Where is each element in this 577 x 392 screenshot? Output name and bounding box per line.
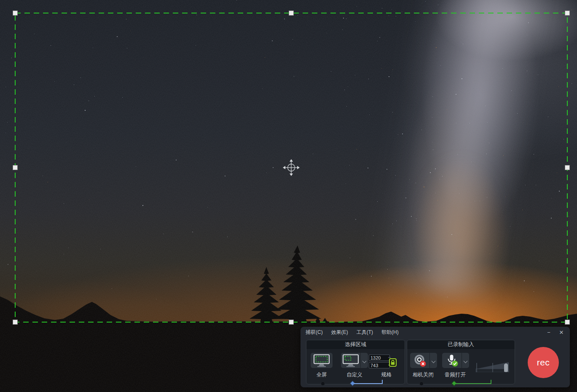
custom-region-button[interactable] <box>341 353 360 368</box>
region-card-title: 选择区域 <box>306 340 405 349</box>
selection-handle-top-left[interactable] <box>13 11 18 16</box>
chevron-down-icon <box>432 359 436 363</box>
selection-handle-middle-right[interactable] <box>565 165 570 170</box>
custom-indicator-line <box>354 380 383 384</box>
audio-toggle-button[interactable] <box>442 353 462 368</box>
camera-toggle-button[interactable] <box>410 353 429 368</box>
menu-capture[interactable]: 捕获(C) <box>306 329 323 336</box>
fullscreen-button[interactable] <box>311 353 333 368</box>
screen: 捕获(C) 效果(E) 工具(T) 帮助(H) − ✕ 选择区域 全 <box>0 0 577 392</box>
inputs-card-title: 已录制输入 <box>407 340 515 349</box>
selection-handle-bottom-center[interactable] <box>289 320 294 325</box>
selection-handle-bottom-right[interactable] <box>565 320 570 325</box>
record-button[interactable]: rec <box>528 347 559 378</box>
menu-bar: 捕获(C) 效果(E) 工具(T) 帮助(H) <box>306 329 399 336</box>
dimensions-label: 规格 <box>374 371 399 379</box>
audio-dropdown[interactable] <box>462 353 469 368</box>
aspect-lock-icon[interactable] <box>389 358 397 367</box>
menu-tools[interactable]: 工具(T) <box>357 329 373 336</box>
custom-region-dropdown[interactable] <box>361 353 368 368</box>
microphone-icon <box>445 354 459 367</box>
audio-status-label: 音频打开 <box>441 371 470 379</box>
menu-help[interactable]: 帮助(H) <box>381 329 399 336</box>
selection-handle-top-right[interactable] <box>565 11 570 16</box>
recorder-titlebar: 捕获(C) 效果(E) 工具(T) 帮助(H) − ✕ <box>301 327 570 338</box>
custom-region-monitor-icon <box>342 354 359 367</box>
custom-region-label: 自定义 <box>341 371 368 379</box>
move-crosshair-icon[interactable] <box>283 159 300 176</box>
chevron-down-icon <box>362 359 367 363</box>
audio-indicator-line <box>456 380 491 384</box>
selection-handle-top-center[interactable] <box>289 11 294 16</box>
camera-dropdown[interactable] <box>430 353 437 368</box>
recorder-panel: 捕获(C) 效果(E) 工具(T) 帮助(H) − ✕ 选择区域 全 <box>301 327 570 387</box>
camera-status-label: 相机关闭 <box>409 371 437 379</box>
fullscreen-monitor-icon <box>313 354 330 367</box>
window-minimize-button[interactable]: − <box>545 329 552 336</box>
camera-indicator <box>419 381 424 386</box>
webcam-icon <box>413 354 427 367</box>
audio-level-slider[interactable] <box>504 363 508 372</box>
region-selection-card: 选择区域 全屏 自定义 <box>306 340 405 384</box>
selection-handle-middle-left[interactable] <box>13 165 18 170</box>
fullscreen-indicator <box>321 381 325 386</box>
selection-handle-bottom-left[interactable] <box>13 320 18 325</box>
menu-effects[interactable]: 效果(E) <box>331 329 348 336</box>
audio-level-meter[interactable] <box>475 359 510 372</box>
recorded-inputs-card: 已录制输入 相机关闭 <box>407 340 515 384</box>
fullscreen-label: 全屏 <box>311 371 333 379</box>
chevron-down-icon <box>464 359 468 363</box>
window-close-button[interactable]: ✕ <box>558 329 565 336</box>
